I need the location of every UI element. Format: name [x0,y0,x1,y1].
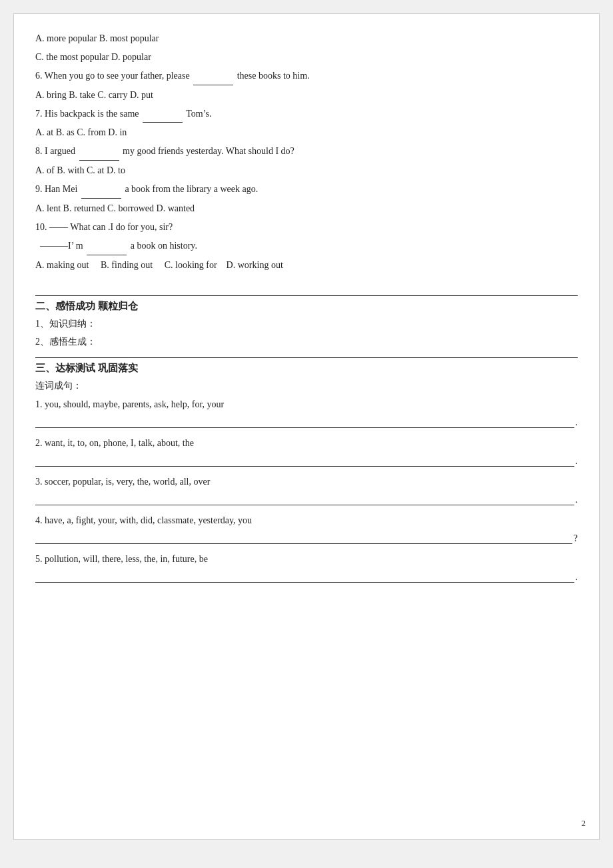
page: A. more popular B. most popular C. the m… [13,13,600,840]
exercise-1-line [35,415,574,428]
q9-blank [81,181,121,199]
exercise-5-prompt: 5. pollution, will, there, less, the, in… [35,551,578,568]
option-a-text: A. more popular B. most popular [35,33,159,43]
q6-options: A. bring B. take C. carry D. put [35,87,578,104]
exercise-1-answer: . [35,415,578,428]
exercise-3-answer: . [35,492,578,505]
ab-options-line: A. more popular B. most popular [35,30,578,47]
cd-options-line: C. the most popular D. popular [35,49,578,66]
exercise-5-answer: . [35,569,578,583]
exercise-2-line [35,453,574,467]
q10-line1: 10. —— What can .I do for you, sir? [35,219,578,236]
exercise-2-end: . [576,457,578,467]
q10-options: A. making out B. finding out C. looking … [35,257,578,274]
exercise-4-end: ? [574,534,578,544]
section3-subtitle: 连词成句： [35,377,578,395]
exercise-2-answer: . [35,453,578,467]
q8-blank [79,143,119,161]
exercise-3-end: . [576,495,578,505]
exercise-2: 2. want, it, to, on, phone, I, talk, abo… [35,435,578,467]
exercise-5-end: . [576,573,578,583]
section3-block: 三、达标测试 巩固落实 连词成句： 1. you, should, maybe,… [35,362,578,582]
q7-blank [143,105,183,123]
exercise-1-end: . [576,418,578,428]
q9-options: A. lent B. returned C. borrowed D. wante… [35,200,578,217]
section2-divider [35,295,578,296]
section2-block: 二、感悟成功 颗粒归仓 1、知识归纳： 2、感悟生成： [35,300,578,351]
exercise-1-prompt: 1. you, should, maybe, parents, ask, hel… [35,396,578,413]
section2-item2: 2、感悟生成： [35,333,578,351]
exercise-5: 5. pollution, will, there, less, the, in… [35,551,578,583]
mcq-block: A. more popular B. most popular C. the m… [35,30,578,274]
q7-options: A. at B. as C. from D. in [35,124,578,141]
exercise-4-prompt: 4. have, a, fight, your, with, did, clas… [35,512,578,529]
exercise-2-prompt: 2. want, it, to, on, phone, I, talk, abo… [35,435,578,452]
page-number: 2 [582,818,586,829]
section2-item1: 1、知识归纳： [35,315,578,333]
q6-question: 6. When you go to see your father, pleas… [35,67,578,85]
q7-question: 7. His backpack is the same Tom’s. [35,105,578,123]
section3-divider [35,357,578,358]
q6-blank [193,67,233,85]
option-cd-text: C. the most popular D. popular [35,52,151,62]
section3-title: 三、达标测试 巩固落实 [35,362,578,375]
exercise-3-line [35,492,574,505]
exercise-3: 3. soccer, popular, is, very, the, world… [35,473,578,505]
q10-line2: ———I’ m a book on history. [35,237,578,255]
spacer1 [35,277,578,289]
q8-options: A. of B. with C. at D. to [35,162,578,179]
q9-question: 9. Han Mei a book from the library a wee… [35,181,578,199]
exercise-3-prompt: 3. soccer, popular, is, very, the, world… [35,473,578,491]
exercise-4: 4. have, a, fight, your, with, did, clas… [35,512,578,544]
exercise-1: 1. you, should, maybe, parents, ask, hel… [35,396,578,428]
q10-blank [87,237,127,255]
exercise-4-line [35,531,572,544]
section2-title: 二、感悟成功 颗粒归仓 [35,300,578,313]
q8-question: 8. I argued my good friends yesterday. W… [35,143,578,161]
exercise-4-answer: ? [35,531,578,544]
exercise-5-line [35,569,574,583]
